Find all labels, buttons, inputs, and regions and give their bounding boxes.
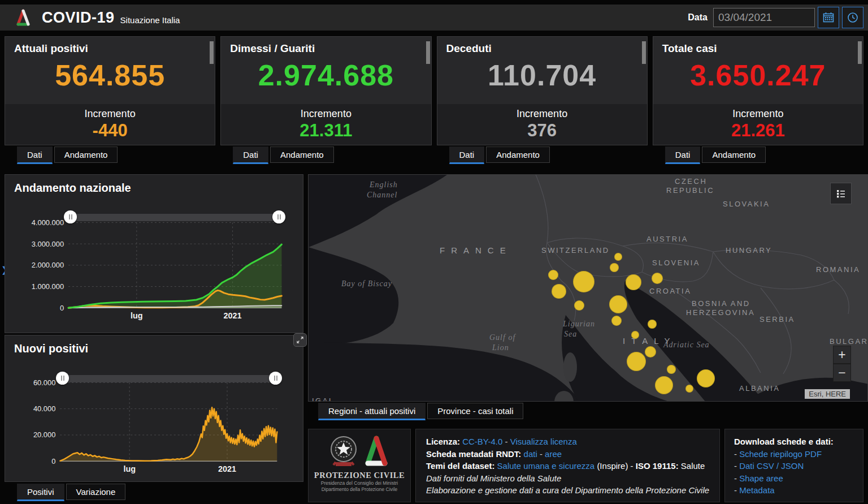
region-bubble[interactable] [685,385,693,393]
region-bubble[interactable] [648,320,657,329]
region-bubble[interactable] [645,346,656,357]
nuovi-positivi-tabs: Positivi Variazione [17,484,125,501]
region-bubble[interactable] [609,295,627,313]
view-license-link[interactable]: Visualizza licenza [510,437,577,446]
region-bubble[interactable] [548,270,558,280]
footer-org-line2: Dipartimento della Protezione Civile [322,486,398,493]
zoom-out-button[interactable]: − [833,364,851,382]
card-title: Dimessi / Guariti [221,37,431,55]
separator: - [505,437,508,446]
separator: - [540,449,542,459]
region-bubble[interactable] [610,263,619,272]
card-title: Deceduti [437,37,647,55]
slider-handle-left[interactable] [56,372,69,385]
calendar-button[interactable] [818,7,839,28]
slider-track[interactable] [71,214,279,221]
footer: PROTEZIONE CIVILE Presidenza del Consigl… [308,429,863,502]
inspire-text: (Inspire) - [597,461,633,471]
footer-org-line1: Presidenza del Consiglio dei Ministri [321,480,398,486]
tab-andamento[interactable]: Andamento [486,147,550,163]
tab-dati[interactable]: Dati [449,147,485,164]
region-bubble[interactable] [655,376,673,394]
region-bubble[interactable] [611,316,622,326]
region-bubble[interactable] [652,273,663,284]
tab-dati[interactable]: Dati [665,147,701,164]
slider-handle-left[interactable] [64,210,77,223]
svg-text:2021: 2021 [224,311,242,320]
footer-download-block: Download schede e dati: - Schede riepilo… [724,429,863,502]
slider-track[interactable] [63,375,275,382]
svg-text:1.000.000: 1.000.000 [32,282,64,291]
region-bubble[interactable] [667,365,676,374]
tab-province[interactable]: Province - casi totali [427,403,523,419]
slider-handle-right[interactable] [269,372,282,385]
nuovi-positivi-panel: Nuovi positivi 60.00040.00020.0000lug202… [5,335,303,482]
increment-label: Incremento [653,104,863,120]
tab-dati[interactable]: Dati [17,147,53,164]
time-button[interactable] [842,7,863,28]
tab-variazione[interactable]: Variazione [66,484,126,500]
calendar-icon [822,11,835,24]
svg-text:60.000: 60.000 [33,378,55,387]
card-scrollbar[interactable] [210,41,214,64]
card-scrollbar[interactable] [858,41,862,64]
iso-value: Salute [681,461,705,471]
legend-button[interactable] [830,183,852,204]
tab-andamento[interactable]: Andamento [702,147,766,163]
tab-regioni[interactable]: Regioni - attuali positivi [318,403,426,420]
license-link[interactable]: CC-BY-4.0 [462,437,502,446]
region-bubble[interactable] [626,274,641,290]
card-value: 110.704 [437,58,647,92]
andamento-nazionale-chart: 4.000.0003.000.0002.000.0001.000.0000lug… [5,175,303,333]
region-bubble[interactable] [573,271,594,292]
salute-link[interactable]: Salute umana e sicurezza [497,461,595,471]
time-range-slider [66,210,283,224]
card-deceduti: Deceduti 110.704 Incremento 376 Dati And… [437,36,648,164]
aree-link[interactable]: aree [545,449,562,459]
footer-org-name: PROTEZIONE CIVILE [314,471,405,480]
data-source-line: Dati forniti dal Ministero della Salute [426,472,719,485]
region-bubble[interactable] [552,284,566,299]
page-subtitle: Situazione Italia [120,15,180,25]
card-title: Totale casi [653,37,863,55]
expand-icon [296,336,304,344]
nuovi-positivi-chart: 60.00040.00020.0000lug2021 [5,335,303,481]
region-bubble[interactable] [574,300,584,311]
region-bubble[interactable] [627,352,646,371]
zoom-in-button[interactable]: + [833,346,851,364]
card-value: 2.974.688 [221,58,431,92]
date-input[interactable] [713,8,815,27]
tricolor-triangle-icon [362,434,390,469]
andamento-nazionale-panel: Andamento nazionale 4.000.0003.000.0002.… [5,174,303,333]
download-csv-json-link[interactable]: Dati CSV / JSON [739,461,804,471]
legend-list-icon [836,188,846,199]
download-pdf-link[interactable]: Schede riepilogo PDF [739,449,822,459]
metadata-label: Scheda metadati RNDT: [426,449,521,459]
slider-handle-right[interactable] [272,210,285,223]
card-totale-casi: Totale casi 3.650.247 Incremento 21.261 … [653,36,863,164]
region-bubble[interactable] [631,331,639,339]
time-range-slider [58,372,280,385]
expand-panel-button[interactable] [293,333,307,347]
tab-andamento[interactable]: Andamento [270,147,334,163]
download-metadata-link[interactable]: Metadata [739,485,775,495]
svg-text:4.000.000: 4.000.000 [32,218,64,227]
footer-info-block: Licenza: CC-BY-4.0 - Visualizza licenza … [415,429,720,502]
date-label: Data [688,12,708,23]
dati-link[interactable]: dati [524,449,537,459]
card-scrollbar[interactable] [426,41,430,64]
increment-label: Incremento [437,104,647,120]
download-shape-link[interactable]: Shape aree [739,473,783,483]
tab-andamento[interactable]: Andamento [54,147,118,163]
region-bubble[interactable] [697,369,715,387]
tab-positivi[interactable]: Positivi [17,484,64,501]
card-scrollbar[interactable] [642,41,646,64]
map-attribution: Esri, HERE [805,389,850,399]
dataset-themes-line: Temi del dataset: Salute umana e sicurez… [426,460,719,472]
page-title: COVID-19 [42,9,115,27]
region-bubble[interactable] [614,253,622,261]
tab-dati[interactable]: Dati [233,147,268,164]
svg-text:3.000.000: 3.000.000 [32,240,64,248]
metadata-line: Scheda metadati RNDT: dati - aree [426,448,719,460]
map-canvas[interactable]: EnglishChannelCZECHREPUBLICSLOVAKIAFRANC… [308,174,868,402]
